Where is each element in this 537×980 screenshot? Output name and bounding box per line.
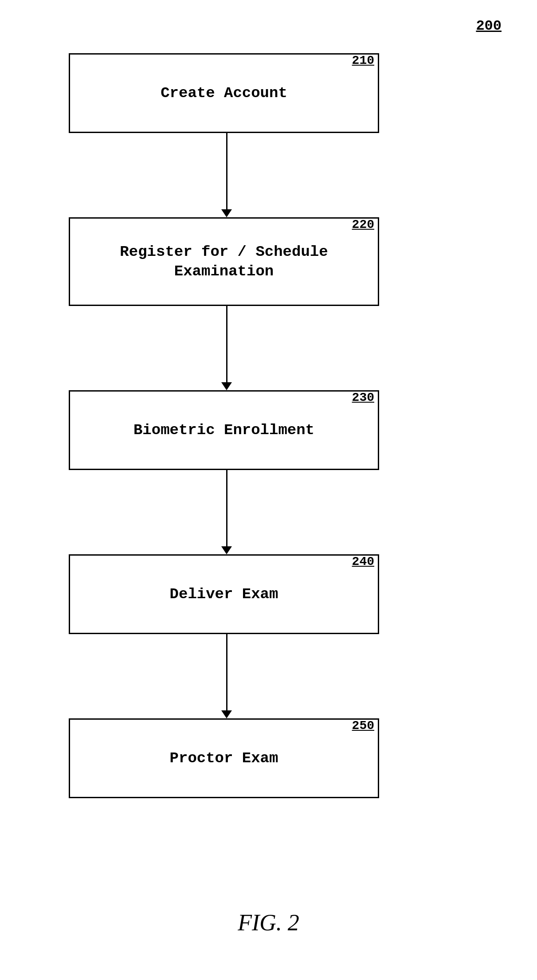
box-210-label: Create Account	[161, 83, 287, 103]
arrow-3-line	[226, 470, 227, 546]
arrow-4-head	[221, 710, 232, 718]
arrow-1	[221, 133, 232, 217]
arrow-2	[221, 306, 232, 390]
box-250-number: 250	[352, 719, 374, 733]
diagram-container: 200 210 Create Account 220 Register for …	[0, 0, 537, 980]
arrow-1-head	[221, 209, 232, 217]
figure-number-top: 200	[476, 18, 502, 34]
arrow-4	[221, 634, 232, 718]
arrow-3	[221, 470, 232, 554]
box-210: 210 Create Account	[69, 53, 379, 133]
box-220-number: 220	[352, 218, 374, 231]
box-220-label: Register for / Schedule Examination	[120, 242, 328, 281]
box-230-number: 230	[352, 391, 374, 404]
box-220: 220 Register for / Schedule Examination	[69, 217, 379, 306]
figure-caption: FIG. 2	[238, 909, 299, 936]
box-230-label: Biometric Enrollment	[133, 420, 314, 440]
box-240-number: 240	[352, 555, 374, 568]
box-250-label: Proctor Exam	[170, 749, 278, 768]
arrow-2-head	[221, 382, 232, 390]
box-250: 250 Proctor Exam	[69, 718, 379, 798]
arrow-1-line	[226, 133, 227, 209]
box-240-label: Deliver Exam	[170, 584, 278, 604]
arrow-4-line	[226, 634, 227, 710]
box-240: 240 Deliver Exam	[69, 554, 379, 634]
box-210-number: 210	[352, 54, 374, 67]
arrow-2-line	[226, 306, 227, 382]
arrow-3-head	[221, 546, 232, 554]
box-230: 230 Biometric Enrollment	[69, 390, 379, 470]
